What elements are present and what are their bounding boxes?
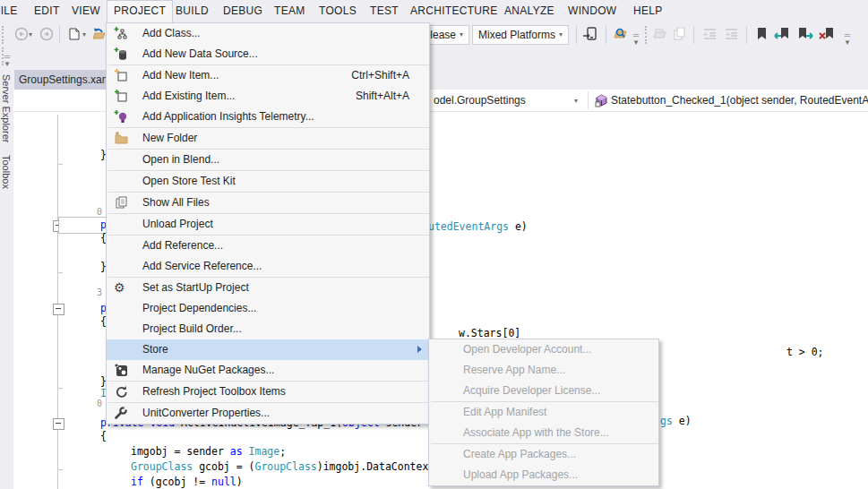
menu-item-project-dependencies[interactable]: Project Dependencies... — [107, 298, 429, 319]
menu-item-label: Project Build Order... — [142, 319, 242, 339]
copy-disabled-icon — [672, 26, 688, 42]
new-file-dropdown-caret[interactable]: ▾ — [82, 30, 86, 39]
codelens-reference-count[interactable]: 3 — [97, 287, 102, 297]
toolbar-separator — [746, 26, 747, 44]
menu-item-label: Refresh Project Toolbox Items — [142, 382, 286, 402]
chevron-down-icon[interactable]: ▾ — [574, 97, 578, 105]
back-dropdown-caret[interactable]: ▾ — [29, 30, 32, 39]
wrench-icon — [114, 406, 128, 420]
menu-item-label: New Folder — [142, 128, 197, 149]
menu-item-label: Open Store Test Kit — [142, 171, 236, 192]
menu-item-set-as-startup-project[interactable]: ⚙ Set as StartUp Project — [107, 278, 429, 298]
toolbar-separator — [606, 26, 606, 44]
toggle-bookmark-icon[interactable] — [754, 26, 770, 42]
platform-value: Mixed Platforms — [478, 29, 555, 41]
toolbar-grip-3[interactable] — [645, 26, 650, 44]
menu-item-label: Add Application Insights Telemetry... — [142, 107, 314, 127]
codelens-reference-count[interactable]: 0 — [97, 207, 102, 217]
menu-item-manage-nuget-packages[interactable]: Manage NuGet Packages... — [107, 360, 429, 381]
submenu-arrow-icon — [417, 346, 422, 353]
add-class-icon — [114, 26, 128, 40]
menubar-item-test[interactable]: TEST — [364, 0, 405, 21]
navbar-divider — [588, 91, 589, 109]
menu-item-add-reference[interactable]: Add Reference... — [107, 236, 429, 256]
fold-end-tick — [57, 164, 63, 165]
menu-item-add-existing-item[interactable]: Add Existing Item... Shift+Alt+A — [107, 86, 429, 107]
navigate-forward-icon[interactable] — [39, 26, 56, 42]
fold-collapse-box[interactable] — [53, 418, 64, 430]
menubar-item-view[interactable]: VIEW — [65, 0, 107, 21]
toolbar2-overflow-button[interactable]: ═▾ — [2, 53, 13, 67]
menu-item-show-all-files[interactable]: Show All Files — [107, 193, 429, 213]
menubar-item-tools[interactable]: TOOLS — [313, 0, 363, 21]
menu-item-open-in-blend[interactable]: Open in Blend... — [107, 150, 429, 170]
menu-item-refresh-project-toolbox-items[interactable]: Refresh Project Toolbox Items — [107, 382, 429, 402]
menu-item-label: Upload App Packages... — [463, 465, 578, 485]
menu-item-add-class[interactable]: Add Class... — [107, 23, 429, 44]
menubar-item-file[interactable]: FILE — [0, 0, 24, 21]
menu-item-label: Set as StartUp Project — [142, 278, 249, 298]
codelens-reference-count[interactable]: 0 — [97, 399, 102, 408]
menu-item-add-application-insights[interactable]: Add Application Insights Telemetry... — [107, 107, 429, 127]
next-bookmark-icon[interactable] — [797, 26, 813, 42]
solution-platform-combo[interactable]: Mixed Platforms▾ — [472, 25, 569, 45]
menu-item-label: Add New Data Source... — [142, 44, 258, 64]
menu-item-new-folder[interactable]: New Folder — [107, 128, 429, 149]
toolbar-grip[interactable] — [2, 26, 7, 44]
toolbar-overflow-button[interactable]: ═▾ — [842, 31, 853, 46]
menu-item-label: Edit App Manifest — [463, 402, 546, 423]
menu-item-upload-app-packages: Upload App Packages... — [429, 465, 658, 485]
type-selector-dropdown[interactable]: odel.GroupSettings — [434, 90, 526, 111]
chevron-down-icon: ▾ — [460, 26, 463, 44]
menu-item-label: Add Service Reference... — [142, 256, 262, 277]
menu-item-unload-project[interactable]: Unload Project — [107, 214, 429, 235]
menubar-item-project[interactable]: PROJECT — [107, 0, 173, 22]
menu-item-label: Store — [142, 339, 168, 360]
menu-item-label: Open in Blend... — [142, 150, 219, 170]
toolbar-separator — [576, 26, 577, 44]
menubar-item-architecture[interactable]: ARCHITECTURE — [404, 0, 504, 21]
menu-item-add-new-item[interactable]: Add New Item... Ctrl+Shift+A — [107, 65, 429, 86]
new-file-icon[interactable] — [66, 26, 82, 42]
fold-end-tick — [57, 388, 63, 389]
menu-item-label: Associate App with the Store... — [463, 423, 609, 443]
menu-item-add-service-reference[interactable]: Add Service Reference... — [107, 256, 429, 277]
add-new-item-icon — [114, 68, 128, 82]
menubar-item-debug[interactable]: DEBUG — [217, 0, 269, 21]
toolbar-separator — [693, 26, 694, 44]
previous-bookmark-icon[interactable] — [774, 26, 790, 42]
sidebar-item-toolbox[interactable]: Toolbox — [1, 155, 12, 189]
menu-item-add-new-data-source[interactable]: Add New Data Source... — [107, 44, 429, 64]
clear-bookmarks-icon[interactable] — [819, 26, 835, 42]
menu-item-label: Reserve App Name... — [463, 360, 565, 381]
menu-item-unitconverter-properties[interactable]: UnitConverter Properties... — [107, 403, 429, 424]
menu-item-label: UnitConverter Properties... — [142, 403, 270, 424]
menubar-item-window[interactable]: WINDOW — [562, 0, 623, 21]
chevron-down-icon: ▾ — [559, 26, 563, 44]
member-selector-dropdown[interactable]: Statebutton_Checked_1(object sender, Rou… — [611, 90, 868, 111]
menubar-item-team[interactable]: TEAM — [268, 0, 312, 21]
code-fragment: imgobj = sender as Image; — [131, 445, 286, 458]
save-disabled-icon — [652, 26, 668, 42]
menu-item-project-build-order[interactable]: Project Build Order... — [107, 319, 429, 339]
menu-item-shortcut: Shift+Alt+A — [356, 86, 409, 107]
menubar-item-edit[interactable]: EDIT — [28, 0, 66, 21]
menu-item-label: Open Developer Account... — [463, 339, 591, 360]
sidebar-item-server-explorer[interactable]: Server Explorer — [1, 74, 12, 142]
menu-item-label: Create App Packages... — [463, 444, 576, 465]
refresh-icon — [114, 384, 128, 399]
document-tab[interactable]: GroupSettings.xam — [14, 70, 112, 90]
deploy-device-icon[interactable] — [582, 26, 598, 42]
menubar-item-build[interactable]: BUILD — [169, 0, 215, 21]
increase-indent-disabled-icon — [724, 26, 740, 42]
menubar-item-analyze[interactable]: ANALYZE — [498, 0, 561, 21]
find-in-files-icon[interactable] — [613, 26, 629, 42]
find-overflow-button[interactable]: ═▾ — [631, 31, 641, 46]
menubar-item-help[interactable]: HELP — [627, 0, 669, 21]
menu-item-store[interactable]: Store — [107, 339, 429, 360]
menu-item-open-store-test-kit[interactable]: Open Store Test Kit — [107, 171, 429, 192]
add-data-source-icon — [114, 47, 128, 61]
menu-bar: FILE EDIT VIEW PROJECT BUILD DEBUG TEAM … — [0, 0, 868, 22]
app-insights-icon — [114, 109, 128, 124]
fold-collapse-box[interactable] — [53, 304, 64, 315]
